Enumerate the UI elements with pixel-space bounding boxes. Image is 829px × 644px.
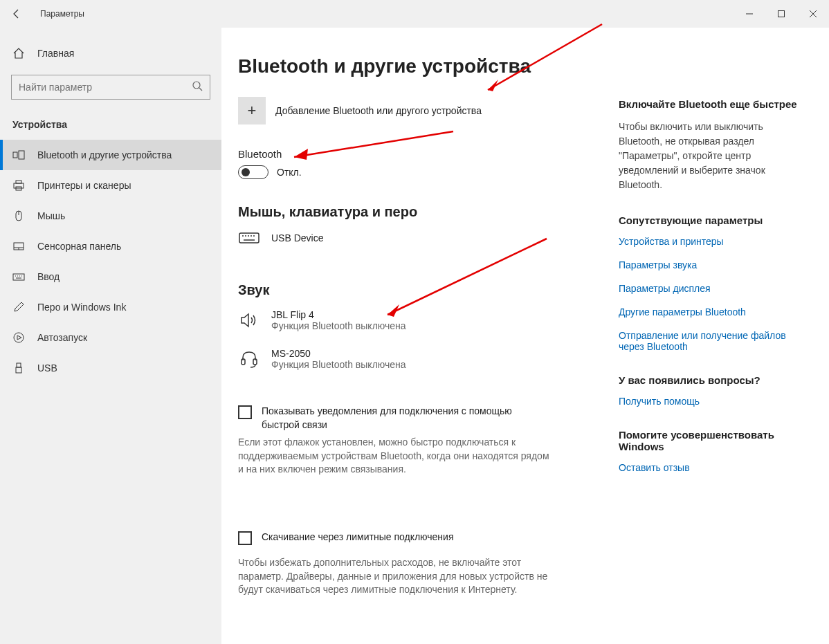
svg-rect-16 [13,274,24,280]
nav-item-touchpad[interactable]: Сенсорная панель [0,231,221,261]
autoplay-icon [12,331,25,344]
search-box[interactable] [11,75,210,100]
nav-item-bluetooth[interactable]: Bluetooth и другие устройства [0,140,221,170]
device-status: Функция Bluetooth выключена [271,320,406,331]
toggle-knob [242,168,250,176]
improve-title: Помогите усовершенствовать Windows [619,429,799,452]
nav-label: Автозапуск [37,332,87,343]
svg-line-5 [199,88,202,91]
svg-rect-8 [14,183,24,188]
search-input[interactable] [19,82,192,93]
maximize-button[interactable] [765,0,797,28]
svg-point-4 [193,82,200,89]
device-name: JBL Flip 4 [271,309,406,320]
minimize-button[interactable] [734,0,765,28]
nav-label: Bluetooth и другие устройства [37,149,172,160]
svg-rect-26 [239,233,259,243]
device-name: USB Device [271,232,323,243]
close-button[interactable] [797,0,829,28]
nav-label: Ввод [37,271,60,282]
device-row-speaker[interactable]: JBL Flip 4 Функция Bluetooth выключена [238,309,605,331]
nav-item-pen[interactable]: Перо и Windows Ink [0,292,221,322]
checkbox-label: Показывать уведомления для подключения с… [262,405,538,432]
touchpad-icon [12,240,25,252]
section-mkp-title: Мышь, клавиатура и перо [238,204,605,220]
headset-icon [238,349,260,369]
svg-marker-23 [17,335,21,340]
tip-body: Чтобы включить или выключить Bluetooth, … [619,120,799,192]
questions-title: У вас появились вопросы? [619,374,799,386]
section-sound-title: Звук [238,282,605,298]
device-status: Функция Bluetooth выключена [271,359,406,370]
nav-list: Bluetooth и другие устройства Принтеры и… [0,140,221,383]
svg-rect-24 [17,363,21,367]
nav-item-usb[interactable]: USB [0,353,221,383]
window-controls [734,0,829,28]
link-devices-printers[interactable]: Устройства и принтеры [619,236,799,247]
link-more-bluetooth[interactable]: Другие параметры Bluetooth [619,306,799,318]
nav-label: Принтеры и сканеры [37,180,131,191]
checkbox-swift-pair[interactable] [238,405,252,419]
search-icon [192,80,203,94]
page-title: Bluetooth и другие устройства [238,55,605,77]
bluetooth-label: Bluetooth [238,148,605,160]
device-row-keyboard[interactable]: USB Device [238,231,605,245]
checkbox-description: Если этот флажок установлен, можно быстр… [238,436,556,477]
svg-rect-6 [13,152,17,158]
bluetooth-toggle[interactable] [238,165,268,179]
window-title: Параметры [33,9,84,19]
tip-title: Включайте Bluetooth еще быстрее [619,98,799,110]
mouse-icon [12,210,25,222]
home-icon [12,47,25,59]
nav-label: Перо и Windows Ink [37,302,126,313]
toggle-state-label: Откл. [277,167,302,178]
add-device-button[interactable]: + Добавление Bluetooth или другого устро… [238,97,605,125]
related-title: Сопутствующие параметры [619,214,799,226]
side-column: Включайте Bluetooth еще быстрее Чтобы вк… [619,55,799,644]
bluetooth-devices-icon [12,149,25,161]
nav-item-printers[interactable]: Принтеры и сканеры [0,170,221,201]
nav-item-typing[interactable]: Ввод [0,261,221,292]
device-row-headset[interactable]: MS-2050 Функция Bluetooth выключена [238,348,605,370]
svg-rect-7 [19,151,24,159]
link-sound-settings[interactable]: Параметры звука [619,259,799,270]
nav-label: Сенсорная панель [37,241,121,252]
nav-item-autoplay[interactable]: Автозапуск [0,322,221,353]
home-link[interactable]: Главная [0,40,221,66]
keyboard-icon [12,270,25,283]
category-label: Устройства [0,112,221,140]
add-device-label: Добавление Bluetooth или другого устройс… [275,105,482,116]
back-button[interactable] [0,0,33,28]
device-name: MS-2050 [271,348,406,359]
sidebar: Главная Устройства Bluetooth и другие ус… [0,28,221,644]
plus-icon: + [238,97,266,125]
main-content: Bluetooth и другие устройства + Добавлен… [221,28,829,644]
checkbox-label: Скачивание через лимитные подключения [262,531,453,545]
pen-icon [12,301,25,313]
keyboard-device-icon [238,231,260,245]
checkbox-description: Чтобы избежать дополнительных расходов, … [238,556,556,597]
titlebar: Параметры [0,0,829,28]
link-get-help[interactable]: Получить помощь [619,396,799,407]
home-label: Главная [37,48,74,59]
nav-label: Мышь [37,210,65,221]
link-send-receive-bt[interactable]: Отправление или получение файлов через B… [619,330,799,352]
link-display-settings[interactable]: Параметры дисплея [619,283,799,294]
speaker-icon [238,312,260,329]
link-feedback[interactable]: Оставить отзыв [619,462,799,473]
checkbox-metered[interactable] [238,531,252,545]
svg-rect-1 [778,11,785,17]
nav-item-mouse[interactable]: Мышь [0,201,221,231]
usb-icon [12,362,25,374]
nav-label: USB [37,362,57,374]
svg-rect-25 [16,367,21,373]
printer-icon [12,179,25,192]
svg-rect-9 [16,181,21,183]
